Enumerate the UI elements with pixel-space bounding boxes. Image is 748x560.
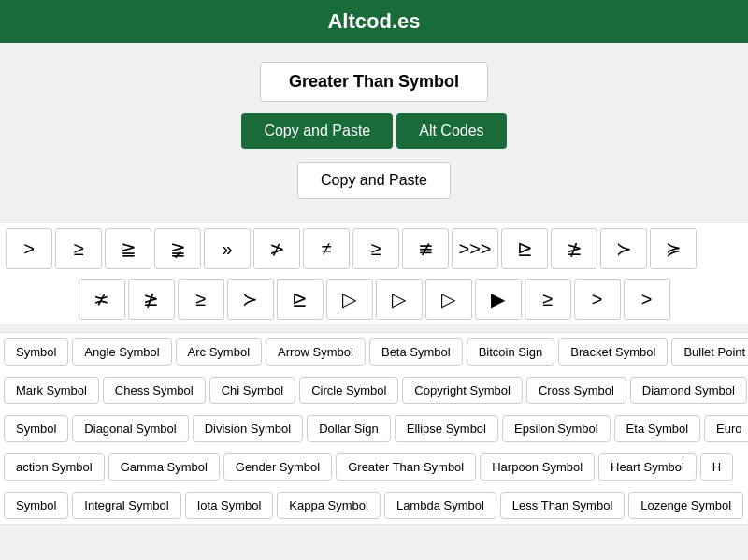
category-tag[interactable]: Heart Symbol bbox=[598, 453, 697, 481]
symbol-cell[interactable]: ≱ bbox=[128, 279, 175, 320]
symbol-cell[interactable]: ≱ bbox=[551, 228, 597, 269]
category-row: Mark SymbolChess SymbolChi SymbolCircle … bbox=[0, 371, 748, 409]
symbol-cell[interactable]: ▷ bbox=[425, 279, 472, 320]
category-tag[interactable]: Chess Symbol bbox=[103, 377, 206, 404]
category-tag[interactable]: Beta Symbol bbox=[369, 338, 463, 366]
symbol-cell[interactable]: > bbox=[624, 279, 670, 320]
category-row: SymbolAngle SymbolArc SymbolArrow Symbol… bbox=[0, 333, 748, 371]
category-section: SymbolAngle SymbolArc SymbolArrow Symbol… bbox=[0, 332, 748, 525]
category-tag[interactable]: Cross Symbol bbox=[526, 377, 626, 404]
category-tag[interactable]: Diagonal Symbol bbox=[72, 415, 188, 442]
symbol-cell[interactable]: ≽ bbox=[650, 228, 697, 269]
category-tag[interactable]: Bitcoin Sign bbox=[467, 338, 555, 366]
category-tag[interactable]: Euro bbox=[704, 415, 748, 442]
category-tag[interactable]: Dollar Sign bbox=[307, 415, 391, 442]
symbol-cell[interactable]: ≧ bbox=[105, 228, 151, 269]
category-tag[interactable]: Bullet Point bbox=[671, 338, 748, 366]
symbol-cell[interactable]: ≥ bbox=[352, 228, 399, 269]
category-tag[interactable]: Diamond Symbol bbox=[630, 377, 747, 404]
action-buttons: Copy and Paste Alt Codes bbox=[0, 113, 748, 149]
category-tag[interactable]: Ellipse Symbol bbox=[395, 415, 498, 442]
category-tag[interactable]: Mark Symbol bbox=[4, 377, 99, 404]
site-header: Altcod.es bbox=[0, 0, 748, 43]
category-tag[interactable]: Angle Symbol bbox=[72, 338, 171, 366]
category-tag[interactable]: Circle Symbol bbox=[299, 377, 398, 404]
symbol-cell[interactable]: ⊵ bbox=[277, 279, 324, 320]
category-tag[interactable]: Iota Symbol bbox=[185, 492, 274, 519]
category-row: SymbolDiagonal SymbolDivision SymbolDoll… bbox=[0, 409, 748, 448]
symbol-row-1: >≥≧≩»≯≠≥≢>>>⊵≱≻≽ bbox=[0, 223, 748, 274]
symbol-cell[interactable]: ≻ bbox=[227, 279, 274, 320]
symbol-row-2: ≭≱≥≻⊵▷▷▷▶≥>> bbox=[0, 274, 748, 324]
category-tag[interactable]: Copyright Symbol bbox=[402, 377, 523, 404]
category-tag[interactable]: Lambda Symbol bbox=[384, 492, 496, 519]
category-tag[interactable]: Epsilon Symbol bbox=[502, 415, 611, 442]
subtitle-button[interactable]: Copy and Paste bbox=[297, 162, 451, 199]
category-tag[interactable]: Gender Symbol bbox=[223, 453, 332, 481]
symbol-cell[interactable]: > bbox=[574, 279, 621, 320]
symbol-cell[interactable]: ≢ bbox=[402, 228, 449, 269]
symbol-cell[interactable]: ▶ bbox=[475, 279, 522, 320]
symbols-section: >≥≧≩»≯≠≥≢>>>⊵≱≻≽ ≭≱≥≻⊵▷▷▷▶≥>> bbox=[0, 220, 748, 328]
symbol-cell[interactable]: ≠ bbox=[303, 228, 350, 269]
category-tag[interactable]: Symbol bbox=[4, 415, 68, 442]
page-title-button[interactable]: Greater Than Symbol bbox=[260, 62, 488, 102]
category-tag[interactable]: Division Symbol bbox=[193, 415, 303, 442]
category-tag[interactable]: H bbox=[700, 453, 733, 481]
symbol-cell[interactable]: ≥ bbox=[178, 279, 224, 320]
category-tag[interactable]: Lozenge Symbol bbox=[628, 492, 743, 519]
alt-codes-button[interactable]: Alt Codes bbox=[396, 113, 506, 149]
category-tag[interactable]: action Symbol bbox=[4, 453, 105, 481]
symbol-cell[interactable]: ⊵ bbox=[501, 228, 548, 269]
symbol-cell[interactable]: ≥ bbox=[55, 228, 102, 269]
symbol-cell[interactable]: > bbox=[6, 228, 52, 269]
category-tag[interactable]: Less Than Symbol bbox=[500, 492, 625, 519]
symbol-cell[interactable]: ▷ bbox=[326, 279, 373, 320]
symbol-cell[interactable]: ≭ bbox=[79, 279, 125, 320]
category-tag[interactable]: Arrow Symbol bbox=[266, 338, 366, 366]
category-tag[interactable]: Integral Symbol bbox=[72, 492, 180, 519]
symbol-cell[interactable]: ≯ bbox=[253, 228, 300, 269]
site-title: Altcod.es bbox=[327, 9, 420, 33]
symbol-cell[interactable]: >>> bbox=[452, 228, 498, 269]
category-tag[interactable]: Harpoon Symbol bbox=[480, 453, 595, 481]
category-tag[interactable]: Symbol bbox=[4, 492, 68, 519]
symbol-cell[interactable]: ≩ bbox=[154, 228, 201, 269]
copy-paste-button[interactable]: Copy and Paste bbox=[241, 113, 393, 149]
symbol-cell[interactable]: ≻ bbox=[600, 228, 647, 269]
symbol-cell[interactable]: ≥ bbox=[525, 279, 571, 320]
symbol-grid: >≥≧≩»≯≠≥≢>>>⊵≱≻≽ ≭≱≥≻⊵▷▷▷▶≥>> bbox=[0, 223, 748, 324]
category-tag[interactable]: Chi Symbol bbox=[209, 377, 295, 404]
category-tag[interactable]: Greater Than Symbol bbox=[336, 453, 476, 481]
category-tag[interactable]: Arc Symbol bbox=[176, 338, 262, 366]
symbol-cell[interactable]: ▷ bbox=[376, 279, 423, 320]
main-content: Greater Than Symbol Copy and Paste Alt C… bbox=[0, 43, 748, 220]
category-tag[interactable]: Gamma Symbol bbox=[108, 453, 220, 481]
symbol-cell[interactable]: » bbox=[204, 228, 251, 269]
category-tag[interactable]: Kappa Symbol bbox=[277, 492, 381, 519]
category-row: action SymbolGamma SymbolGender SymbolGr… bbox=[0, 448, 748, 486]
category-tag[interactable]: Symbol bbox=[4, 338, 68, 366]
category-row: SymbolIntegral SymbolIota SymbolKappa Sy… bbox=[0, 486, 748, 524]
category-tag[interactable]: Bracket Symbol bbox=[558, 338, 668, 366]
category-tag[interactable]: Eta Symbol bbox=[614, 415, 700, 442]
